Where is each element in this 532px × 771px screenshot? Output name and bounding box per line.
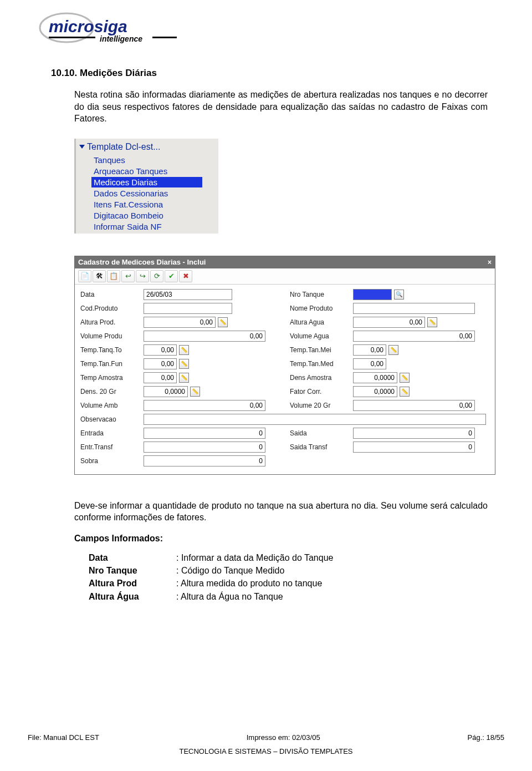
lbl-sobra: Sobra	[80, 457, 130, 465]
input-observacao[interactable]	[144, 414, 486, 425]
campo-val: : Informar a data da Medição do Tanque	[176, 551, 333, 564]
input-sobra[interactable]	[144, 455, 265, 466]
input-saida[interactable]	[353, 428, 475, 439]
new-icon[interactable]: 📄	[78, 270, 91, 282]
campo-key: Nro Tanque	[89, 564, 172, 577]
campos-informados-title: Campos Informados:	[74, 534, 493, 544]
template-menu-header-label: Template Dcl-est...	[87, 142, 160, 152]
input-entrada[interactable]	[144, 428, 265, 439]
copy-icon[interactable]: 📋	[107, 270, 120, 282]
svg-rect-4	[49, 37, 95, 38]
input-dens-amostra[interactable]	[353, 372, 397, 383]
input-temp-tan-fun[interactable]	[144, 358, 177, 369]
lbl-entr-transf: Entr.Transf	[80, 443, 130, 451]
close-icon[interactable]: ×	[488, 258, 492, 266]
picker-icon[interactable]: 📏	[427, 317, 437, 327]
template-menu-header[interactable]: Template Dcl-est...	[76, 139, 218, 154]
lbl-fator-corr: Fator Corr.	[290, 388, 340, 395]
input-volume-agua[interactable]	[353, 331, 475, 342]
intro-paragraph: Nesta rotina são informadas diariamente …	[74, 89, 488, 125]
lbl-temp-tan-fun: Temp.Tan.Fun	[80, 360, 130, 368]
input-cod-produto[interactable]	[144, 303, 232, 314]
lbl-nro-tanque: Nro Tanque	[290, 291, 340, 298]
chevron-down-icon	[79, 145, 85, 149]
svg-text:microsiga: microsiga	[49, 17, 127, 35]
lbl-saida-transf: Saida Transf	[290, 443, 340, 451]
accept-icon[interactable]: ✔	[165, 270, 178, 282]
cancel-icon[interactable]: ✖	[179, 270, 192, 282]
svg-rect-3	[152, 37, 177, 38]
footer-file: File: Manual DCL EST	[28, 733, 99, 742]
input-dens-20gr[interactable]	[144, 386, 188, 397]
picker-icon[interactable]: 📏	[388, 345, 398, 355]
campo-row: Nro Tanque : Código do Tanque Medido	[89, 564, 493, 577]
picker-icon[interactable]: 📏	[179, 345, 189, 355]
search-icon[interactable]: 🔍	[394, 290, 404, 300]
footer-line2: TECNOLOGIA E SISTEMAS – DIVISÃO TEMPLATE…	[28, 747, 504, 755]
section-heading: 10.10. Medições Diárias	[51, 68, 493, 79]
lbl-cod-produto: Cod.Produto	[80, 305, 130, 312]
form-title-text: Cadastro de Medicoes Diarias - Inclui	[78, 258, 206, 266]
input-temp-amostra[interactable]	[144, 372, 177, 383]
input-temp-tanq-to[interactable]	[144, 344, 177, 356]
menu-item-medicoes[interactable]: Medicoes Diarias	[91, 177, 202, 187]
tool-icon[interactable]: 🛠	[93, 270, 106, 282]
menu-item-tanques[interactable]: Tanques	[91, 155, 218, 165]
redo-icon[interactable]: ↪	[136, 270, 149, 282]
picker-icon[interactable]: 📏	[179, 359, 189, 369]
lbl-altura-prod: Altura Prod.	[80, 318, 130, 326]
input-temp-tan-mei[interactable]	[353, 344, 386, 356]
lbl-data: Data	[80, 291, 130, 298]
campo-key: Altura Prod	[89, 577, 172, 590]
lbl-temp-tan-med: Temp.Tan.Med	[290, 360, 340, 368]
menu-item-itens-fat[interactable]: Itens Fat.Cessiona	[91, 199, 218, 210]
picker-icon[interactable]: 📏	[179, 373, 189, 383]
lbl-volume-agua: Volume Agua	[290, 332, 340, 340]
input-fator-corr[interactable]	[353, 386, 397, 397]
lbl-entrada: Entrada	[80, 429, 130, 437]
lbl-dens-20gr: Dens. 20 Gr	[80, 388, 130, 395]
input-volume-20gr[interactable]	[353, 400, 475, 411]
menu-item-saida-nf[interactable]: Informar Saida NF	[91, 221, 218, 232]
input-nro-tanque[interactable]	[353, 289, 392, 300]
lbl-volume-amb: Volume Amb	[80, 402, 130, 409]
input-volume-amb[interactable]	[144, 400, 265, 411]
menu-item-cessionarias[interactable]: Dados Cessionarias	[91, 188, 218, 199]
lbl-temp-amostra: Temp Amostra	[80, 374, 130, 382]
lbl-observacao: Observacao	[80, 415, 130, 423]
input-temp-tan-med[interactable]	[353, 358, 386, 369]
picker-icon[interactable]: 📏	[218, 317, 228, 327]
brand-logo: microsiga intelligence	[39, 11, 493, 45]
lbl-altura-agua: Altura Agua	[290, 318, 340, 326]
lbl-dens-amostra: Dens Amostra	[290, 374, 340, 382]
lbl-volume-20gr: Volume 20 Gr	[290, 402, 340, 409]
input-entr-transf[interactable]	[144, 442, 265, 453]
page-footer: File: Manual DCL EST Impresso em: 02/03/…	[28, 733, 504, 755]
input-data[interactable]	[144, 289, 232, 300]
footer-pag: Pág.: 18/55	[468, 733, 505, 742]
picker-icon[interactable]: 📏	[190, 387, 200, 397]
footer-impresso: Impresso em: 02/03/05	[247, 733, 320, 742]
undo-icon[interactable]: ↩	[121, 270, 135, 282]
picker-icon[interactable]: 📏	[400, 373, 410, 383]
campos-list: Data : Informar a data da Medição do Tan…	[89, 551, 493, 603]
lbl-temp-tan-mei: Temp.Tan.Mei	[290, 346, 340, 354]
menu-item-arqueacao[interactable]: Arqueacao Tanques	[91, 166, 218, 176]
campo-row: Data : Informar a data da Medição do Tan…	[89, 551, 493, 564]
input-nome-produto[interactable]	[353, 303, 475, 314]
menu-item-bombeio[interactable]: Digitacao Bombeio	[91, 210, 218, 221]
form-toolbar: 📄 🛠 📋 ↩ ↪ ⟳ ✔ ✖	[75, 268, 495, 285]
input-altura-prod[interactable]	[144, 317, 216, 328]
svg-text:intelligence: intelligence	[100, 34, 142, 43]
input-saida-transf[interactable]	[353, 442, 475, 453]
input-altura-agua[interactable]	[353, 317, 425, 328]
template-menu: Template Dcl-est... Tanques Arqueacao Ta…	[74, 139, 218, 234]
input-volume-produ[interactable]	[144, 331, 265, 342]
refresh-icon[interactable]: ⟳	[150, 270, 163, 282]
lbl-volume-produ: Volume Produ	[80, 332, 130, 340]
picker-icon[interactable]: 📏	[400, 387, 410, 397]
post-form-paragraph: Deve-se informar a quantidade de produto…	[74, 500, 488, 524]
form-window: Cadastro de Medicoes Diarias - Inclui × …	[74, 256, 495, 475]
campo-row: Altura Água : Altura da Água no Tanque	[89, 590, 493, 603]
section-number: 10.10.	[51, 68, 77, 78]
